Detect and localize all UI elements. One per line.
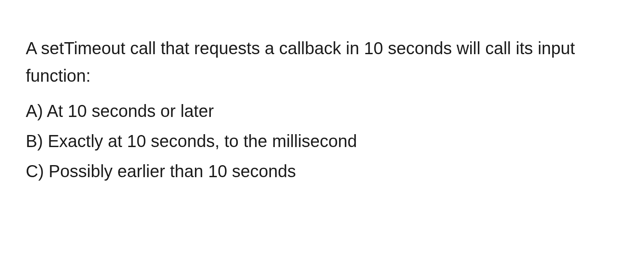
option-label-b: B)	[26, 132, 43, 150]
question-stem: A setTimeout call that requests a callba…	[26, 34, 618, 89]
option-a: A) At 10 seconds or later	[26, 97, 618, 125]
option-text-b: Exactly at 10 seconds, to the millisecon…	[48, 132, 357, 150]
option-b: B) Exactly at 10 seconds, to the millise…	[26, 127, 618, 155]
option-label-c: C)	[26, 162, 44, 181]
option-text-a: At 10 seconds or later	[47, 101, 214, 120]
option-text-c: Possibly earlier than 10 seconds	[49, 162, 296, 181]
option-c: C) Possibly earlier than 10 seconds	[26, 157, 618, 185]
option-label-a: A)	[26, 101, 43, 120]
